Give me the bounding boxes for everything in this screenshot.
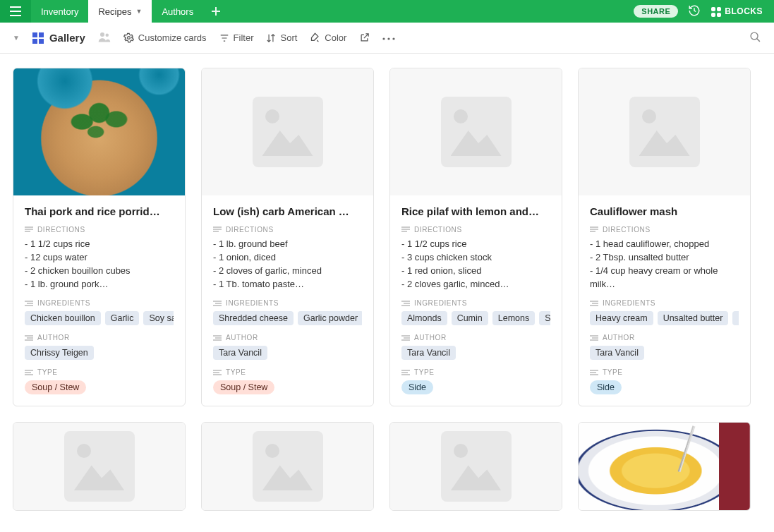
sort-icon [266,33,276,43]
field-label-author: AUTHOR [25,334,174,341]
ingredients-pills: Chicken bouillonGarlicSoy sau [25,311,174,325]
add-table-button[interactable] [203,0,229,23]
tab-label: Authors [162,6,193,17]
sort-button[interactable]: Sort [266,32,297,43]
field-label-type: TYPE [590,368,739,376]
tab-authors[interactable]: Authors [152,0,203,23]
svg-point-2 [127,37,130,40]
author-pill-row: Tara Vancil [590,346,739,360]
field-label-type: TYPE [25,368,174,376]
link-icon [401,334,410,341]
select-icon [213,369,222,376]
history-icon [688,4,701,17]
color-label: Color [325,32,346,43]
ingredient-pill: Almonds [401,311,447,325]
blocks-button[interactable]: BLOCKS [710,6,763,16]
image-placeholder-icon [441,431,512,502]
long-text-icon [401,226,410,234]
field-label-type: TYPE [401,368,550,376]
ingredient-pill: Garlic [105,311,140,325]
ingredient-pill: C [732,311,739,325]
type-pill-row: Soup / Stew [25,380,174,394]
filter-icon [219,33,229,43]
link-icon [590,334,598,341]
more-button[interactable] [382,32,395,43]
ingredients-pills: AlmondsCuminLemonsSpina [401,311,550,325]
svg-point-1 [105,34,109,37]
record-card[interactable] [13,422,186,511]
type-pill: Soup / Stew [25,380,86,394]
share-view-button[interactable] [359,32,370,43]
svg-point-0 [100,32,104,37]
record-card[interactable]: Thai pork and rice porrid… DIRECTIONS - … [13,68,186,406]
collaborators-button[interactable] [98,31,111,44]
field-label-ingredients: INGREDIENTS [25,299,174,307]
view-name: Gallery [49,32,85,44]
field-label-type: TYPE [213,368,362,376]
card-gallery: Thai pork and rice porrid… DIRECTIONS - … [13,68,761,511]
ingredient-pill: Lemons [492,311,535,325]
directions-text: - 1 1/2 cups rice- 12 cups water- 2 chic… [25,238,174,291]
dots-icon [382,37,395,41]
author-pill: Tara Vancil [590,346,644,360]
record-card[interactable]: Cauliflower mash DIRECTIONS - 1 head cau… [578,68,751,406]
long-text-icon [213,226,222,234]
blocks-label: BLOCKS [725,6,763,16]
gallery-icon [32,32,44,44]
svg-point-5 [393,37,395,40]
record-card[interactable]: Low (ish) carb American … DIRECTIONS - 1… [201,68,374,406]
author-pill-row: Chrissy Teigen [25,346,174,360]
field-label-directions: DIRECTIONS [401,226,550,234]
gallery-scroll[interactable]: Thai pork and rice porrid… DIRECTIONS - … [0,54,774,532]
image-placeholder-icon [64,431,135,502]
type-pill: Side [590,380,622,394]
field-label-directions: DIRECTIONS [213,226,362,234]
view-menu-toggle[interactable]: ▼ [13,34,20,42]
share-button[interactable]: SHARE [634,5,678,18]
card-cover [579,423,750,510]
field-label-author: AUTHOR [213,334,362,341]
tab-label: Inventory [41,6,78,17]
card-cover [13,68,185,195]
plus-icon [212,7,220,16]
tab-recipes[interactable]: Recipes ▼ [88,0,152,23]
field-label-ingredients: INGREDIENTS [590,299,739,307]
card-title: Thai pork and rice porrid… [25,205,174,217]
hamburger-icon [10,6,21,16]
record-card[interactable] [201,422,374,511]
link-icon [401,300,410,307]
search-button[interactable] [749,31,761,45]
link-icon [25,334,33,341]
type-pill: Soup / Stew [213,380,274,394]
record-card[interactable] [578,422,751,511]
record-card[interactable] [389,422,562,511]
card-cover [390,423,562,510]
ingredient-pill: Soy sau [143,311,174,325]
field-label-author: AUTHOR [401,334,550,341]
record-card[interactable]: Rice pilaf with lemon and… DIRECTIONS - … [389,68,562,406]
view-selector[interactable]: Gallery [32,32,85,44]
customize-cards-button[interactable]: Customize cards [123,32,207,43]
card-title: Rice pilaf with lemon and… [401,205,550,217]
tab-inventory[interactable]: Inventory [31,0,88,23]
color-button[interactable]: Color [310,32,346,43]
select-icon [590,369,598,376]
image-placeholder-icon [253,431,323,502]
ingredients-pills: Heavy creamUnsalted butterC [590,311,739,325]
menu-button[interactable] [0,0,31,23]
type-pill-row: Side [590,380,739,394]
directions-text: - 1 1/2 cups rice- 3 cups chicken stock-… [401,238,550,291]
link-icon [25,300,33,307]
top-bar: Inventory Recipes ▼ Authors SHARE BLOCKS [0,0,774,23]
type-pill-row: Soup / Stew [213,380,362,394]
author-pill: Tara Vancil [401,346,456,360]
ingredient-pill: Heavy cream [590,311,653,325]
type-pill: Side [401,380,433,394]
blocks-icon [710,6,720,16]
filter-button[interactable]: Filter [219,32,254,43]
ingredients-pills: Shredded cheeseGarlic powder [213,311,362,325]
author-pill: Tara Vancil [213,346,267,360]
history-button[interactable] [688,4,701,19]
card-cover [13,423,185,510]
directions-text: - 1 lb. ground beef- 1 onion, diced- 2 c… [213,238,362,291]
